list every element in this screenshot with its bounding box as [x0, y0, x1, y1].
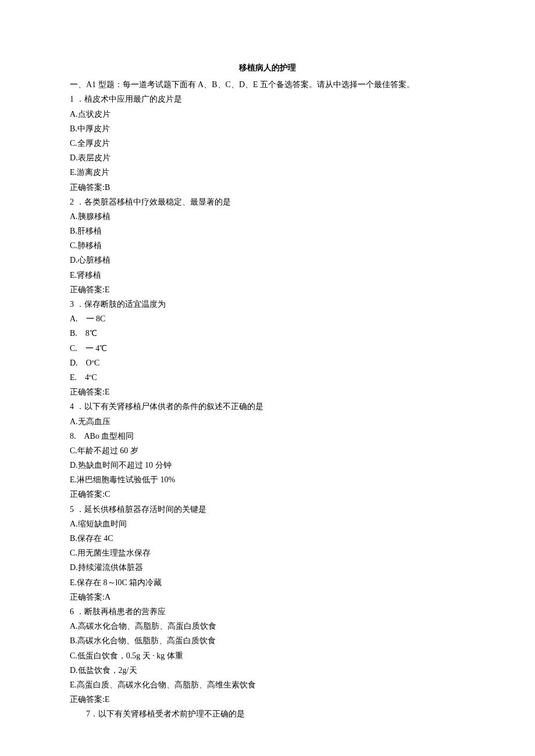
question-option: A.缩短缺血时间 [70, 517, 465, 531]
question-option: A. 一 8C [70, 311, 465, 326]
question-option: C.用无菌生理盐水保存 [70, 546, 465, 560]
question-option: D.低盐饮食，2g/天 [70, 663, 465, 678]
question-option: C.低蛋白饮食，0.5g 天 · kg 体重 [70, 648, 465, 663]
correct-answer: 正确答案:B [70, 180, 465, 195]
question-option: A.高碳水化合物、高脂肪、高蛋白质饮食 [70, 619, 465, 633]
question-option: E.肾移植 [70, 268, 465, 282]
correct-answer: 正确答案:E [70, 282, 465, 297]
question-option: C. 一 4℃ [70, 341, 465, 356]
question-number: 7 [86, 710, 90, 718]
question-stem: 4 ．以下有关肾移植尸体供者的条件的叙述不正确的是 [70, 399, 465, 414]
question-option: B.保存在 4C [70, 531, 465, 546]
question-option: A.胰腺移植 [70, 209, 465, 224]
instruction-text: 一、A1 型题：每一道考试题下面有 A、B、C、D、E 五个备选答案。请从中选择… [70, 77, 465, 92]
question-option: A.点状皮片 [70, 107, 465, 121]
question-option: E.游离皮片 [70, 165, 465, 180]
document-title: 移植病人的护理 [70, 60, 465, 75]
question-option: E.淋巴细胞毒性试验低于 10% [70, 472, 465, 487]
question-option: 8. ABo 血型相同 [70, 429, 465, 443]
question-option: D.心脏移植 [70, 253, 465, 267]
question-option: E.高蛋白质、高碳水化合物、高脂肪、高维生素饮食 [70, 678, 465, 692]
question-option: E.保存在 8～l0C 箱内冷藏 [70, 575, 465, 590]
questions-container: 1 ．植皮术中应用最广的皮片是A.点状皮片B.中厚皮片C.全厚皮片D.表层皮片E… [70, 92, 465, 707]
question-option: D. OºC [70, 356, 465, 370]
question-option: C.全厚皮片 [70, 136, 465, 151]
question-option: B.中厚皮片 [70, 121, 465, 136]
question-stem: 1 ．植皮术中应用最广的皮片是 [70, 92, 465, 106]
correct-answer: 正确答案:C [70, 487, 465, 501]
question-stem: 5 ．延长供移植脏器存活时间的关键是 [70, 502, 465, 517]
question-stem: 2 ．各类脏器移植中疗效最稳定、最显著的是 [70, 195, 465, 209]
question-option: B.高碳水化合物、低脂肪、高蛋白质饮食 [70, 633, 465, 648]
question-option: D.热缺血时间不超过 10 分钟 [70, 458, 465, 472]
correct-answer: 正确答案:A [70, 590, 465, 604]
question-stem: 6 ．断肢再植患者的营养应 [70, 604, 465, 619]
document-page: 移植病人的护理 一、A1 型题：每一道考试题下面有 A、B、C、D、E 五个备选… [0, 0, 535, 756]
correct-answer: 正确答案:E [70, 385, 465, 399]
question-option: C.肺移植 [70, 238, 465, 253]
question-option: E. 4ºC [70, 370, 465, 385]
question-stem: 3 ．保存断肢的适宜温度为 [70, 297, 465, 311]
question-stem: 7．以下有关肾移植受者术前护理不正确的是 [70, 707, 465, 721]
question-option: B. 8℃ [70, 326, 465, 341]
question-option: D.持续灌流供体脏器 [70, 560, 465, 575]
question-option: C.年龄不超过 60 岁 [70, 443, 465, 458]
question-option: B.肝移植 [70, 224, 465, 238]
question-option: D.表层皮片 [70, 151, 465, 165]
question-option: A.无高血压 [70, 414, 465, 429]
correct-answer: 正确答案:E [70, 692, 465, 707]
question-text: ．以下有关肾移植受者术前护理不正确的是 [90, 710, 245, 718]
